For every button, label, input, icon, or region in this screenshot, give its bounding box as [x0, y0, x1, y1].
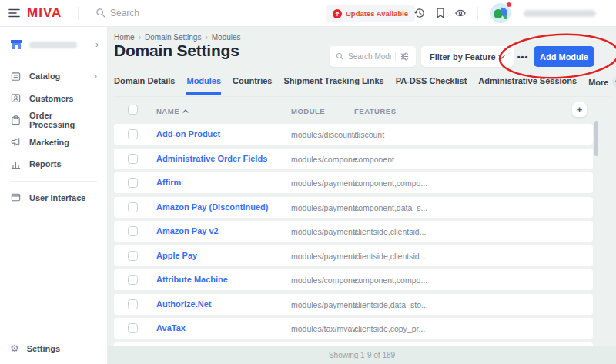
- history-icon[interactable]: [413, 7, 426, 19]
- module-name-link[interactable]: Apple Pay: [156, 251, 197, 260]
- sidebar-item-order-processing[interactable]: Order Processing: [0, 109, 107, 132]
- row-checkbox[interactable]: [128, 154, 138, 164]
- tab-domain-details[interactable]: Domain Details: [114, 76, 175, 95]
- filter-by-feature-dropdown[interactable]: Filter by Feature: [421, 46, 514, 67]
- tab-shipment-tracking-links[interactable]: Shipment Tracking Links: [283, 76, 383, 95]
- row-checkbox[interactable]: [128, 202, 138, 212]
- divider: [477, 7, 478, 20]
- sidebar-item-label: Marketing: [29, 138, 69, 147]
- eye-icon[interactable]: [454, 7, 467, 19]
- row-checkbox[interactable]: [128, 275, 138, 285]
- tab-administrative-sessions[interactable]: Administrative Sessions: [478, 76, 577, 95]
- breadcrumb-item-domain-settings[interactable]: Domain Settings: [145, 33, 201, 42]
- table-header: NAME MODULE FEATURES +: [114, 98, 610, 123]
- global-search-input[interactable]: [110, 5, 264, 22]
- sidebar-item-label: User Interface: [29, 193, 85, 202]
- sidebar-item-catalog[interactable]: Catalog›: [0, 65, 107, 88]
- breadcrumb-separator: ›: [205, 33, 207, 42]
- row-checkbox[interactable]: [128, 129, 138, 139]
- avatar[interactable]: [490, 3, 511, 23]
- sidebar-item-customers[interactable]: Customers: [0, 88, 107, 110]
- module-name-link[interactable]: Amazon Pay (Discontinued): [156, 202, 268, 212]
- table-row: Affirmmodules/payment/...component,compo…: [114, 172, 593, 193]
- updates-available-button[interactable]: Updates Available: [326, 5, 415, 22]
- module-features: component,compo...: [354, 179, 427, 188]
- row-checkbox[interactable]: [128, 323, 138, 333]
- module-features: component,compo...: [354, 276, 427, 285]
- row-checkbox[interactable]: [128, 178, 138, 188]
- list-footer: Showing 1-9 of 189: [108, 346, 616, 364]
- column-header-name[interactable]: NAME: [156, 107, 189, 115]
- divider: [10, 181, 97, 182]
- module-path: modules/payment/...: [291, 179, 364, 188]
- store-icon: [9, 38, 23, 52]
- select-all-checkbox[interactable]: [128, 105, 138, 115]
- vertical-scrollbar-thumb[interactable]: [594, 121, 598, 156]
- module-name-link[interactable]: Affirm: [156, 178, 181, 187]
- module-features: clientside,copy_pr...: [354, 324, 425, 333]
- sidebar-nav: Catalog›CustomersOrder ProcessingMarketi…: [0, 65, 107, 209]
- sidebar-item-user-interface[interactable]: User Interface: [0, 187, 107, 209]
- search-modules-box: [330, 46, 416, 67]
- chevron-down-icon: [498, 55, 505, 59]
- customers-icon: [10, 92, 22, 104]
- catalog-icon: [10, 71, 22, 82]
- page-title: Domain Settings: [114, 42, 239, 60]
- module-features: clientside,clientsid...: [354, 227, 426, 236]
- add-module-button[interactable]: Add Module: [534, 46, 594, 67]
- sidebar-item-reports[interactable]: Reports: [0, 153, 107, 175]
- sidebar-item-label: Catalog: [29, 72, 60, 81]
- breadcrumb-item-modules[interactable]: Modules: [212, 33, 241, 42]
- user-interface-icon: [10, 192, 22, 203]
- module-name-link[interactable]: Attribute Machine: [156, 275, 228, 284]
- module-features: discount: [354, 130, 384, 139]
- module-features: clientside,data_sto...: [354, 300, 428, 309]
- tab-modules[interactable]: Modules: [186, 76, 221, 95]
- row-checkbox[interactable]: [128, 251, 138, 261]
- module-path: modules/payment/...: [291, 227, 364, 236]
- module-path: modules/compone...: [291, 155, 364, 164]
- gear-icon: ⚙: [10, 343, 19, 353]
- search-modules-input[interactable]: [348, 52, 391, 61]
- module-path: modules/discount/...: [291, 130, 363, 139]
- table-row: Attribute Machinemodules/compone...compo…: [114, 269, 593, 290]
- overflow-menu-button[interactable]: •••: [514, 46, 532, 67]
- sidebar-item-marketing[interactable]: Marketing: [0, 132, 107, 154]
- module-name-link[interactable]: AvaTax: [156, 323, 186, 332]
- sidebar-item-label: Settings: [27, 344, 60, 353]
- store-selector[interactable]: ›: [9, 36, 99, 53]
- module-path: modules/payment/...: [291, 300, 364, 309]
- module-name-link[interactable]: Authorize.Net: [156, 299, 212, 309]
- row-checkbox[interactable]: [128, 299, 138, 309]
- store-name-redacted: [29, 42, 77, 48]
- module-path: modules/tax/mvav...: [291, 324, 363, 333]
- table-row: Authorize.Netmodules/payment/...clientsi…: [114, 294, 593, 315]
- module-path: modules/payment/...: [291, 203, 364, 212]
- module-name-link[interactable]: Add-on Product: [156, 129, 220, 139]
- tab-countries[interactable]: Countries: [233, 76, 272, 95]
- search-icon: [95, 8, 106, 18]
- sidebar-item-settings[interactable]: ⚙ Settings: [0, 338, 107, 360]
- tab-more[interactable]: More: [588, 76, 616, 97]
- sidebar-item-label: Order Processing: [29, 111, 97, 129]
- sidebar-bottom: ⚙ Settings: [0, 326, 107, 360]
- breadcrumb-item-home[interactable]: Home: [114, 33, 135, 42]
- hamburger-menu-icon[interactable]: [8, 8, 20, 18]
- table-row: Apple Paymodules/payment/...clientside,c…: [114, 245, 593, 266]
- table-row: Add-on Productmodules/discount/...discou…: [114, 124, 593, 145]
- chevron-right-icon: ›: [94, 72, 97, 81]
- module-path: modules/payment/...: [291, 252, 364, 261]
- bookmark-icon[interactable]: [434, 7, 447, 19]
- row-checkbox[interactable]: [128, 226, 138, 236]
- breadcrumb-separator: ›: [139, 33, 141, 42]
- add-column-button[interactable]: +: [572, 102, 587, 117]
- order-processing-icon: [10, 115, 22, 126]
- miva-logo[interactable]: MIVA: [27, 5, 62, 21]
- column-header-module: MODULE: [291, 107, 325, 115]
- module-name-link[interactable]: Amazon Pay v2: [156, 226, 219, 235]
- module-name-link[interactable]: Administrative Order Fields: [156, 154, 267, 163]
- tab-pa-dss-checklist[interactable]: PA-DSS Checklist: [396, 76, 467, 95]
- sliders-filter-icon[interactable]: [400, 52, 410, 62]
- user-name-redacted[interactable]: [524, 10, 596, 17]
- module-path: modules/compone...: [291, 276, 364, 285]
